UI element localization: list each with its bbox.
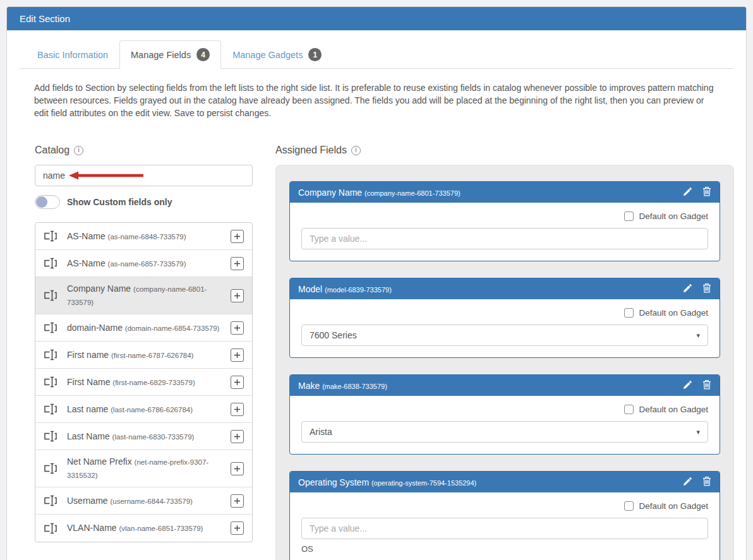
- catalog-field-row: First Name (first-name-6829-733579): [35, 369, 252, 396]
- tab-count-badge: 4: [196, 48, 210, 61]
- field-id: (vlan-name-6851-733579): [119, 525, 203, 532]
- text-field-icon: [44, 230, 57, 242]
- text-field-icon: [44, 322, 57, 333]
- field-label: AS-Name (as-name-6848-733579): [67, 230, 231, 243]
- add-field-button[interactable]: [231, 521, 244, 535]
- value-select[interactable]: Arista▾: [301, 421, 708, 443]
- default-on-gadget-row: Default on Gadget: [301, 308, 708, 318]
- selected-value: 7600 Series: [310, 330, 357, 340]
- card-title-text: Model: [298, 284, 322, 294]
- trash-icon: [702, 476, 711, 488]
- default-on-gadget-row: Default on Gadget: [301, 501, 708, 511]
- field-id: (first-name-6829-733579): [112, 379, 195, 386]
- tab-manage-gadgets[interactable]: Manage Gadgets 1: [221, 40, 333, 69]
- delete-field-button[interactable]: [702, 186, 711, 198]
- catalog-field-list: AS-Name (as-name-6848-733579)AS-Name (as…: [35, 222, 253, 542]
- catalog-field-row: Company Name (company-name-6801-733579): [35, 277, 252, 314]
- catalog-field-row: Last name (last-name-6786-626784): [35, 396, 252, 423]
- default-on-gadget-checkbox[interactable]: [624, 308, 634, 318]
- value-input[interactable]: [301, 518, 708, 539]
- field-id: (username-6844-733579): [110, 497, 192, 505]
- catalog-field-row: VLAN-Name (vlan-name-6851-733579): [35, 515, 252, 542]
- tab-label: Manage Fields: [131, 50, 191, 60]
- value-select[interactable]: 7600 Series▾: [301, 325, 708, 346]
- add-field-button[interactable]: [231, 257, 244, 270]
- assigned-fields-column: Assigned Fields i Company Name (company-…: [275, 145, 734, 560]
- add-field-button[interactable]: [231, 494, 244, 508]
- field-helper-text: OS: [301, 544, 708, 554]
- trash-icon: [702, 379, 711, 391]
- catalog-search-input[interactable]: [35, 165, 253, 186]
- caret-down-icon: ▾: [696, 428, 700, 436]
- catalog-heading: Catalog i: [35, 145, 253, 156]
- default-on-gadget-checkbox[interactable]: [624, 405, 634, 414]
- delete-field-button[interactable]: [702, 283, 711, 295]
- add-field-button[interactable]: [231, 349, 244, 362]
- add-field-button[interactable]: [231, 230, 244, 243]
- field-name: First name: [67, 350, 109, 360]
- field-label: First Name (first-name-6829-733579): [67, 376, 231, 389]
- field-id: (last-name-6786-626784): [111, 406, 193, 414]
- assigned-field-card: Model (model-6839-733579)Default on Gadg…: [289, 278, 720, 358]
- tab-manage-fields[interactable]: Manage Fields 4: [119, 40, 221, 69]
- card-id: (company-name-6801-733579): [364, 189, 461, 197]
- default-on-gadget-checkbox[interactable]: [624, 211, 634, 221]
- card-title: Company Name (company-name-6801-733579): [298, 188, 673, 198]
- info-icon[interactable]: i: [351, 146, 361, 155]
- add-field-button[interactable]: [231, 376, 244, 389]
- text-field-icon: [44, 431, 57, 442]
- card-title: Model (model-6839-733579): [298, 284, 673, 294]
- text-field-icon: [44, 463, 57, 474]
- delete-field-button[interactable]: [702, 476, 711, 488]
- tab-count-badge: 1: [308, 48, 322, 61]
- card-header: Model (model-6839-733579): [290, 278, 720, 299]
- text-field-icon: [44, 495, 57, 506]
- field-label: Username (username-6844-733579): [67, 494, 231, 508]
- catalog-field-row: Username (username-6844-733579): [35, 487, 252, 515]
- field-name: domain-Name: [67, 323, 123, 333]
- card-body: Default on Gadget7600 Series▾: [290, 299, 720, 357]
- catalog-field-row: AS-Name (as-name-6848-733579): [35, 223, 252, 250]
- tab-label: Manage Gadgets: [232, 50, 303, 60]
- card-title: Operating System (operating-system-7594-…: [298, 477, 673, 487]
- edit-field-button[interactable]: [683, 283, 692, 295]
- card-title-text: Make: [298, 381, 320, 391]
- field-label: VLAN-Name (vlan-name-6851-733579): [67, 521, 231, 535]
- field-name: VLAN-Name: [67, 523, 117, 533]
- field-label: Last Name (last-name-6830-733579): [67, 430, 231, 443]
- catalog-field-row: domain-Name (domain-name-6854-733579): [35, 314, 252, 342]
- checkbox-label: Default on Gadget: [639, 308, 708, 318]
- trash-icon: [702, 283, 711, 295]
- field-id: (last-name-6830-733579): [112, 433, 195, 441]
- edit-field-button[interactable]: [683, 187, 692, 198]
- catalog-column: Catalog i Show Custom fields only AS-Nam…: [35, 145, 253, 542]
- delete-field-button[interactable]: [702, 379, 711, 391]
- add-field-button[interactable]: [231, 403, 244, 416]
- show-custom-fields-toggle[interactable]: [35, 195, 60, 209]
- card-id: (operating-system-7594-1535294): [371, 479, 476, 487]
- tab-basic-information[interactable]: Basic Information: [26, 40, 119, 69]
- add-field-button[interactable]: [231, 430, 244, 443]
- card-header: Company Name (company-name-6801-733579): [290, 182, 720, 203]
- add-field-button[interactable]: [231, 462, 244, 475]
- text-field-icon: [44, 349, 57, 360]
- toggle-knob: [36, 196, 47, 208]
- add-field-button[interactable]: [231, 289, 244, 302]
- assigned-field-card: Operating System (operating-system-7594-…: [289, 471, 720, 560]
- catalog-field-row: First name (first-name-6787-626784): [35, 342, 252, 369]
- edit-section-panel: Edit Section Basic Information Manage Fi…: [6, 6, 747, 560]
- card-title: Make (make-6838-733579): [298, 381, 673, 391]
- value-input[interactable]: [301, 228, 708, 249]
- text-field-icon: [44, 290, 57, 301]
- edit-field-button[interactable]: [683, 477, 692, 488]
- info-icon[interactable]: i: [74, 146, 83, 155]
- field-name: Last Name: [67, 431, 110, 441]
- field-name: Last name: [67, 404, 108, 414]
- assigned-fields-drop-zone: Company Name (company-name-6801-733579)D…: [275, 165, 734, 560]
- text-field-icon: [44, 376, 57, 388]
- catalog-field-row: Net Name Prefix (net-name-prefix-9307-33…: [35, 450, 252, 487]
- card-header: Operating System (operating-system-7594-…: [290, 472, 720, 492]
- add-field-button[interactable]: [231, 321, 244, 335]
- edit-field-button[interactable]: [683, 380, 692, 391]
- default-on-gadget-checkbox[interactable]: [624, 501, 634, 511]
